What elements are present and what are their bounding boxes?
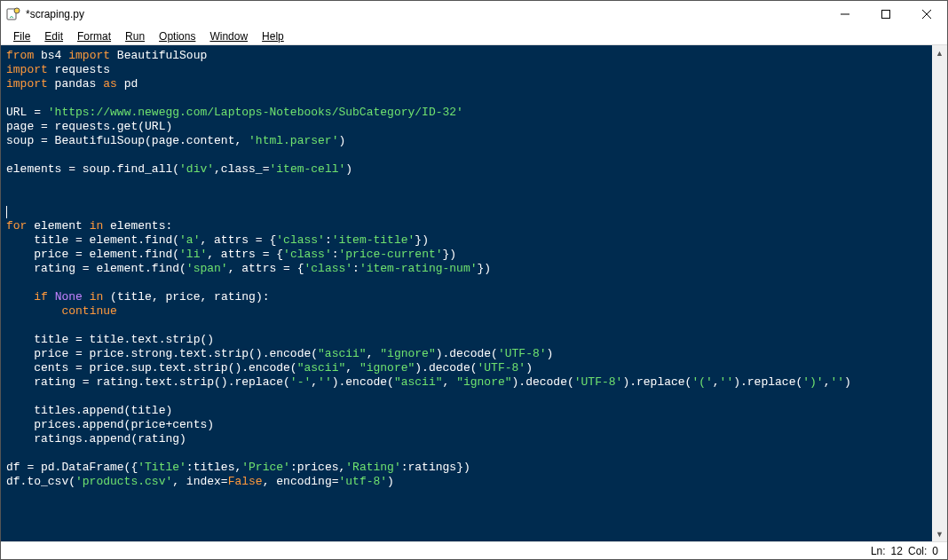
menu-format[interactable]: Format [70,28,118,44]
window-title: *scraping.py [26,8,84,20]
status-line-value: 12 [891,545,903,557]
menu-window-label: Window [209,30,248,43]
menu-help[interactable]: Help [255,28,291,44]
statusbar: Ln: 12 Col: 0 [1,541,947,559]
menu-file-label: File [13,30,30,43]
scroll-down-icon[interactable]: ▼ [932,526,947,541]
menu-file[interactable]: File [6,28,37,44]
svg-line-5 [922,10,931,19]
maximize-button[interactable] [865,1,906,28]
window-controls [825,1,947,28]
titlebar: *scraping.py [1,1,947,28]
scrollbar-track[interactable] [932,60,947,526]
app-icon [6,7,20,21]
menu-help-label: Help [262,30,284,43]
editor-area: from bs4 import BeautifulSoup import req… [1,45,947,541]
svg-rect-3 [882,11,890,19]
status-col-label: Col: [908,545,927,557]
vertical-scrollbar[interactable]: ▲ ▼ [932,45,947,541]
menubar: File Edit Format Run Options Window Help [1,28,947,45]
menu-edit[interactable]: Edit [37,28,70,44]
status-col-value: 0 [932,545,938,557]
text-cursor [6,206,7,218]
menu-options-label: Options [159,30,195,43]
close-button[interactable] [906,1,947,28]
menu-run[interactable]: Run [118,28,152,44]
menu-window[interactable]: Window [202,28,255,44]
svg-line-4 [922,10,931,19]
menu-run-label: Run [125,30,145,43]
menu-edit-label: Edit [44,30,63,43]
scroll-up-icon[interactable]: ▲ [932,45,947,60]
svg-point-1 [14,8,20,13]
menu-options[interactable]: Options [152,28,202,44]
status-line-label: Ln: [871,545,886,557]
code-editor[interactable]: from bs4 import BeautifulSoup import req… [1,45,932,541]
minimize-button[interactable] [825,1,865,28]
menu-format-label: Format [77,30,111,43]
